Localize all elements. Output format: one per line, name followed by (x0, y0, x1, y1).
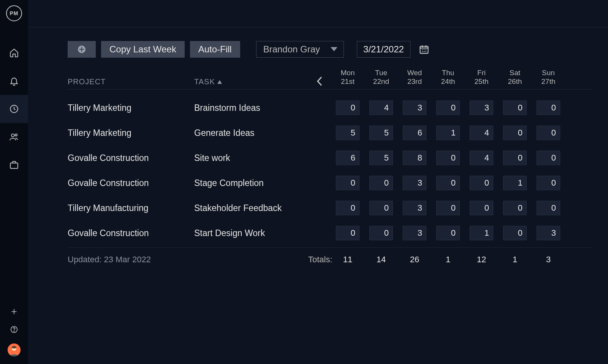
sidebar-item-users[interactable] (0, 123, 28, 151)
sidebar-item-notifications[interactable] (0, 67, 28, 95)
add-row-button[interactable] (68, 41, 96, 58)
hour-cell[interactable]: 0 (503, 101, 527, 115)
timesheet-row: Govalle ConstructionStage Completion0030… (68, 173, 593, 193)
day-header-wed: Wed23rd (398, 69, 431, 86)
hour-cell[interactable]: 3 (403, 226, 426, 240)
svg-point-1 (11, 134, 14, 137)
hour-cell[interactable]: 0 (537, 201, 560, 215)
hour-cell[interactable]: 0 (369, 176, 393, 190)
svg-point-5 (14, 331, 14, 331)
hour-cell[interactable]: 1 (503, 176, 527, 190)
hour-cell[interactable]: 0 (369, 226, 393, 240)
hour-cell[interactable]: 0 (336, 101, 359, 115)
hour-cell[interactable]: 0 (436, 101, 460, 115)
sidebar-item-help[interactable] (0, 325, 28, 334)
svg-point-2 (15, 134, 17, 136)
day-header-thu: Thu24th (431, 69, 465, 86)
hour-cell[interactable]: 4 (470, 151, 493, 165)
hour-cell[interactable]: 0 (537, 126, 560, 140)
hour-cell[interactable]: 0 (503, 226, 527, 240)
clock-icon (9, 104, 19, 114)
hour-cell[interactable]: 3 (470, 101, 493, 115)
total-thu: 1 (431, 255, 465, 265)
row-task: Site work (194, 153, 308, 163)
hour-cell[interactable]: 0 (537, 101, 560, 115)
hour-cell[interactable]: 0 (436, 151, 460, 165)
totals-label: Totals: (308, 255, 331, 265)
row-task: Stakeholder Feedback (194, 203, 308, 213)
row-project: Govalle Construction (68, 153, 194, 163)
user-avatar[interactable] (8, 344, 21, 356)
bell-icon (9, 76, 19, 86)
copy-last-week-button[interactable]: Copy Last Week (101, 41, 185, 58)
timesheet-row: Tillery ManufacturingStakeholder Feedbac… (68, 198, 593, 218)
hour-cell[interactable]: 0 (336, 226, 359, 240)
row-task: Generate Ideas (194, 128, 308, 138)
hour-cell[interactable]: 0 (436, 176, 460, 190)
hour-cell[interactable]: 0 (470, 201, 493, 215)
day-header-sat: Sat26th (498, 69, 532, 86)
timesheet-row: Tillery MarketingGenerate Ideas5561400 (68, 123, 593, 143)
timesheet-body: Tillery MarketingBrainstorm Ideas0430300… (68, 90, 593, 247)
hour-cell[interactable]: 5 (336, 126, 359, 140)
row-project: Govalle Construction (68, 178, 194, 188)
day-header-mon: Mon21st (331, 69, 364, 86)
day-header-sun: Sun27th (532, 69, 565, 86)
row-project: Govalle Construction (68, 228, 194, 238)
hour-cell[interactable]: 5 (369, 151, 393, 165)
users-icon (9, 132, 19, 142)
date-input[interactable]: 3/21/2022 (357, 41, 410, 58)
hour-cell[interactable]: 0 (336, 201, 359, 215)
hour-cell[interactable]: 0 (436, 201, 460, 215)
column-header-task[interactable]: TASK (194, 77, 308, 86)
row-project: Tillery Marketing (68, 128, 194, 138)
briefcase-icon (9, 160, 19, 170)
hour-cell[interactable]: 8 (403, 151, 426, 165)
row-task: Brainstorm Ideas (194, 103, 308, 113)
updated-text: Updated: 23 Mar 2022 (68, 255, 194, 265)
calendar-picker-button[interactable] (416, 41, 432, 58)
hour-cell[interactable]: 3 (403, 201, 426, 215)
column-header-project[interactable]: PROJECT (68, 77, 194, 86)
svg-rect-3 (10, 163, 18, 169)
help-icon (10, 325, 18, 334)
user-select[interactable]: Brandon Gray (256, 41, 344, 58)
hour-cell[interactable]: 3 (537, 226, 560, 240)
hour-cell[interactable]: 0 (470, 176, 493, 190)
calendar-icon (419, 44, 429, 55)
toolbar: Copy Last Week Auto-Fill Brandon Gray 3/… (28, 27, 608, 67)
hour-cell[interactable]: 3 (403, 101, 426, 115)
sidebar-item-add[interactable] (0, 308, 28, 315)
hour-cell[interactable]: 5 (369, 126, 393, 140)
hour-cell[interactable]: 0 (537, 151, 560, 165)
hour-cell[interactable]: 0 (436, 226, 460, 240)
topbar (28, 0, 608, 27)
hour-cell[interactable]: 3 (403, 176, 426, 190)
user-select-value: Brandon Gray (263, 44, 320, 55)
plus-circle-icon (77, 45, 86, 54)
total-sat: 1 (498, 255, 532, 265)
app-logo[interactable]: PM (6, 5, 22, 21)
timesheet-row: Govalle ConstructionSite work6580400 (68, 148, 593, 168)
hour-cell[interactable]: 4 (470, 126, 493, 140)
total-wed: 26 (398, 255, 431, 265)
hour-cell[interactable]: 4 (369, 101, 393, 115)
hour-cell[interactable]: 6 (336, 151, 359, 165)
main-panel: Copy Last Week Auto-Fill Brandon Gray 3/… (28, 0, 608, 364)
sidebar-item-home[interactable] (0, 39, 28, 67)
auto-fill-button[interactable]: Auto-Fill (190, 41, 240, 58)
hour-cell[interactable]: 0 (336, 176, 359, 190)
hour-cell[interactable]: 1 (470, 226, 493, 240)
sidebar-item-portfolio[interactable] (0, 151, 28, 179)
row-project: Tillery Manufacturing (68, 203, 194, 213)
hour-cell[interactable]: 0 (503, 201, 527, 215)
previous-week-button[interactable] (308, 76, 331, 86)
hour-cell[interactable]: 0 (537, 176, 560, 190)
sidebar-item-timesheet[interactable] (0, 95, 28, 123)
hour-cell[interactable]: 0 (503, 126, 527, 140)
hour-cell[interactable]: 0 (503, 151, 527, 165)
hour-cell[interactable]: 0 (369, 201, 393, 215)
hour-cell[interactable]: 6 (403, 126, 426, 140)
sidebar: PM (0, 0, 28, 364)
hour-cell[interactable]: 1 (436, 126, 460, 140)
